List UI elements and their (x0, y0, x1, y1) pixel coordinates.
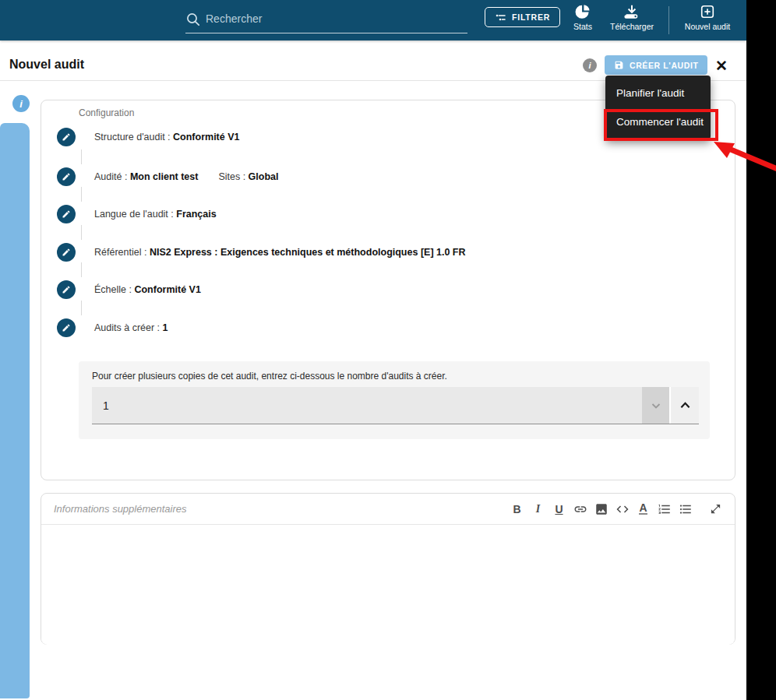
info-tab-icon[interactable]: i (12, 95, 30, 112)
timeline-connector (81, 187, 82, 202)
expand-icon[interactable] (707, 501, 724, 517)
new-audit-screen: FILTRER Stats Télécharger Nouvel audit N… (0, 0, 776, 700)
copies-panel: Pour créer plusieurs copies de cet audit… (79, 361, 710, 439)
edit-pencil-icon[interactable] (57, 318, 76, 337)
config-item: Échelle : Conformité V1 (57, 280, 201, 299)
edit-pencil-icon[interactable] (57, 243, 76, 262)
config-item: Langue de l'audit : Français (57, 205, 217, 223)
editor-toolbar: B I U A (509, 501, 724, 517)
search-field[interactable] (185, 8, 467, 31)
filter-icon (495, 12, 506, 23)
link-icon[interactable] (572, 501, 588, 517)
edit-pencil-icon[interactable] (57, 205, 76, 223)
config-item-text: Référentiel : NIS2 Express : Exigences t… (94, 247, 466, 258)
config-item: Structure d'audit : Conformité V1 (57, 128, 240, 146)
download-icon (623, 3, 640, 20)
edit-pencil-icon[interactable] (57, 128, 76, 146)
text-color-icon[interactable]: A (635, 501, 651, 517)
audit-count-spinner: 1 (92, 387, 699, 424)
save-icon (614, 60, 624, 70)
additional-info-editor: Informations supplémentaires B I U A (41, 493, 735, 645)
config-item-text: Audits à créer : 1 (94, 322, 168, 333)
image-icon[interactable] (593, 501, 609, 517)
page-title: Nouvel audit (9, 58, 84, 72)
stats-pie-icon (574, 3, 591, 20)
right-black-strip (746, 0, 776, 700)
config-item-text: Structure d'audit : Conformité V1 (94, 132, 240, 142)
create-audit-button[interactable]: CRÉER L'AUDIT (605, 55, 707, 75)
config-item: Référentiel : NIS2 Express : Exigences t… (57, 243, 466, 262)
edit-pencil-icon[interactable] (57, 167, 76, 186)
stats-label: Stats (573, 22, 592, 31)
create-audit-label: CRÉER L'AUDIT (630, 61, 698, 70)
create-audit-menu: Planifier l'auditCommencer l'audit (605, 76, 711, 139)
audit-count-input[interactable]: 1 (92, 387, 642, 424)
topbar: FILTRER Stats Télécharger Nouvel audit (0, 0, 746, 40)
spinner-increment-button[interactable] (669, 387, 699, 424)
underline-icon[interactable]: U (551, 501, 567, 517)
config-item: Audits à créer : 1 (57, 318, 168, 337)
download-label: Télécharger (610, 22, 654, 31)
timeline-connector (81, 149, 82, 164)
editor-header: Informations supplémentaires B I U A (41, 494, 735, 525)
configuration-card: Configuration Structure d'audit : Confor… (41, 100, 735, 480)
timeline-connector (81, 262, 82, 277)
config-item: Audité : Mon client testSites : Global (57, 167, 279, 186)
code-icon[interactable] (614, 501, 630, 517)
editor-text-area[interactable] (41, 526, 735, 645)
menu-item-planifier[interactable]: Planifier l'audit (605, 79, 711, 107)
configuration-section-label: Configuration (79, 107, 134, 118)
chevron-down-icon (650, 399, 662, 412)
config-item-text: Langue de l'audit : Français (94, 209, 217, 220)
download-button[interactable]: Télécharger (609, 3, 654, 31)
edit-pencil-icon[interactable] (57, 280, 76, 299)
config-item-text: Audité : Mon client testSites : Global (94, 171, 279, 182)
close-icon[interactable]: ✕ (711, 55, 732, 76)
copies-hint: Pour créer plusieurs copies de cet audit… (92, 371, 447, 382)
editor-placeholder: Informations supplémentaires (54, 503, 187, 515)
menu-item-commencer[interactable]: Commencer l'audit (605, 107, 711, 136)
chevron-up-icon (679, 399, 692, 412)
ordered-list-icon[interactable] (656, 501, 672, 517)
new-audit-label: Nouvel audit (685, 22, 730, 31)
italic-icon[interactable]: I (530, 501, 546, 517)
spinner-decrement-button[interactable] (642, 387, 669, 424)
unordered-list-icon[interactable] (677, 501, 693, 517)
search-input[interactable] (206, 9, 467, 28)
timeline-connector (81, 301, 82, 315)
search-icon (185, 12, 201, 27)
left-blue-rail (0, 123, 30, 698)
topbar-separator (668, 6, 669, 34)
filter-button-label: FILTRER (512, 12, 550, 22)
info-icon[interactable]: i (583, 58, 597, 72)
filter-button[interactable]: FILTRER (485, 7, 560, 27)
timeline-connector (81, 225, 82, 240)
bold-icon[interactable]: B (509, 501, 525, 517)
plus-box-icon (700, 3, 715, 20)
search-underline (185, 33, 467, 33)
new-audit-button[interactable]: Nouvel audit (685, 3, 730, 31)
stats-button[interactable]: Stats (560, 3, 605, 31)
config-item-text: Échelle : Conformité V1 (94, 284, 201, 295)
